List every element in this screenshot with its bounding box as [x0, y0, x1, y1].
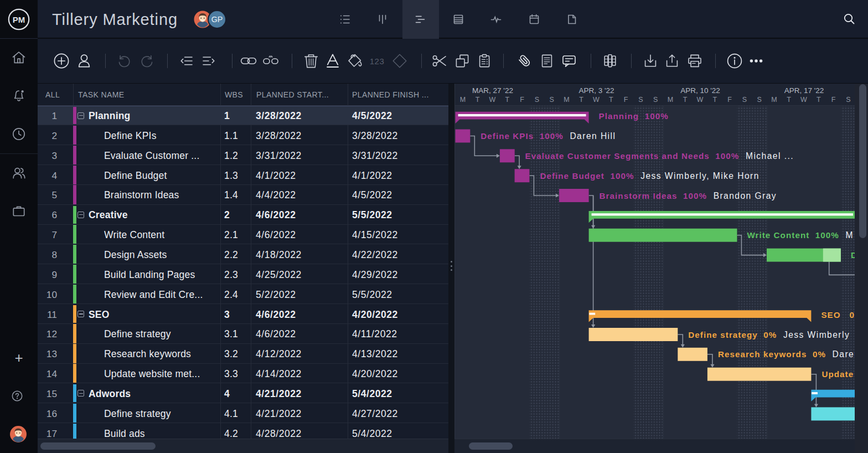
svg-text:Update web: Update web [822, 369, 855, 379]
svg-text:Define strategy 0% Jess Wimb: Define strategy 0% Jess Wimberly [688, 330, 850, 339]
svg-text:Define KPIs 100% Daren Hill: Define KPIs 100% Daren Hill [480, 131, 616, 141]
svg-text:Planning 100%: Planning 100% [599, 111, 669, 121]
svg-text:Define Budget 100% Jess Wimb: Define Budget 100% Jess Wimberly, Mike H… [540, 171, 759, 180]
svg-text:PM: PM [13, 15, 25, 24]
svg-text:Write Content 100% M: Write Content 100% M [747, 230, 854, 240]
svg-text:D: D [851, 250, 855, 260]
svg-text:Evaluate Customer Segments and: Evaluate Customer Segments and Needs 100… [525, 151, 794, 160]
svg-text:Research keywords 0% Daren: Research keywords 0% Daren [718, 349, 855, 359]
svg-text:Brainstorm Ideas 100% Brando: Brainstorm Ideas 100% Brandon Gray [600, 191, 777, 200]
svg-text:GP: GP [211, 15, 223, 24]
svg-text:SEO 0%: SEO 0% [821, 310, 855, 319]
